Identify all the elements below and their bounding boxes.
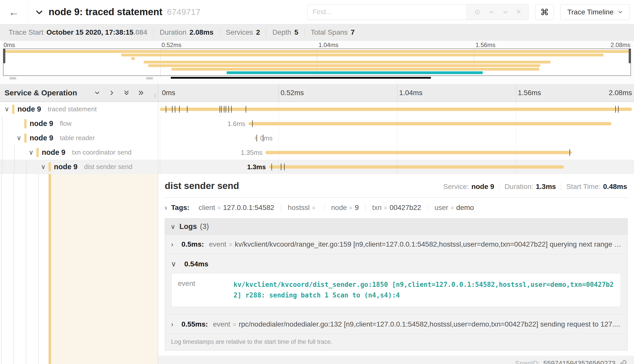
- operation-name: traced statement: [48, 105, 97, 113]
- summary-item: Trace StartOctober 15 2020, 17:38:15.084: [3, 28, 153, 36]
- log-toggle-line[interactable]: ›0.5ms:event=kv/kvclient/kvcoord/range_i…: [171, 240, 621, 248]
- next-match-icon[interactable]: [502, 9, 509, 16]
- timeline-header-row: Service & Operation ‖ 0ms0.52ms1.04ms1.5…: [0, 84, 634, 102]
- tag-chip[interactable]: node=9: [324, 204, 365, 212]
- logs-toggle-header[interactable]: ∨ Logs (3): [165, 219, 627, 235]
- minimap-canvas[interactable]: [3, 49, 631, 76]
- detail-meta-value: 0.48ms: [603, 183, 627, 190]
- minimap-span-bar: [172, 68, 539, 71]
- span-timeline-cell[interactable]: 0ms: [158, 131, 634, 145]
- chevron-down-icon[interactable]: ∨: [39, 163, 47, 171]
- span-timeline-cell[interactable]: 1.35ms: [158, 145, 634, 160]
- span-bar[interactable]: [269, 165, 564, 168]
- find-input[interactable]: [307, 5, 467, 20]
- service-name: node 9: [54, 163, 77, 171]
- tag-chip[interactable]: client=127.0.0.1:54582: [192, 204, 281, 212]
- span-bar[interactable]: [160, 108, 632, 111]
- span-bar[interactable]: [265, 151, 572, 154]
- minimap-span-bar: [121, 54, 603, 56]
- span-name-content[interactable]: ∨node 9dist sender send: [0, 160, 158, 174]
- summary-value: 7: [351, 28, 355, 36]
- span-duration-label: 1.3ms: [247, 163, 266, 171]
- logs-title: Logs: [179, 222, 197, 231]
- tag-chip[interactable]: txn=00427b22: [365, 204, 428, 212]
- service-color-bar: [24, 134, 27, 143]
- summary-value: 2: [256, 28, 260, 36]
- span-name-content[interactable]: ∨node 9traced statement: [0, 102, 158, 116]
- back-button[interactable]: ←: [0, 0, 28, 24]
- log-marker-tick: [221, 106, 222, 113]
- selected-span-backdrop: [51, 174, 158, 364]
- log-toggle-line[interactable]: ∨0.54ms: [171, 260, 621, 268]
- span-name-content[interactable]: node 9flow: [0, 116, 158, 131]
- scrubber-grip[interactable]: [10, 77, 16, 79]
- span-row: ∨node 9table reader0ms: [0, 131, 634, 145]
- timeline-tick-label: 0.52ms: [281, 89, 304, 97]
- span-timeline-cell[interactable]: [158, 102, 634, 116]
- trace-view-selector[interactable]: Trace Timeline: [560, 4, 630, 20]
- span-id-value: 5597415943526560273: [543, 360, 615, 364]
- log-marker-tick: [172, 106, 173, 113]
- scrubber-grip[interactable]: [146, 77, 153, 79]
- tag-chip[interactable]: user=demo: [428, 204, 480, 212]
- timeline-tick-label: 1.56ms: [518, 89, 541, 97]
- detail-meta-item: Service:node 9: [438, 183, 499, 191]
- chevron-right-icon: ›: [171, 320, 173, 328]
- logs-section: ∨ Logs (3) ›0.5ms:event=kv/kvclient/kvco…: [165, 218, 628, 351]
- match-target-icon[interactable]: [474, 9, 481, 16]
- tag-chip[interactable]: hostssl=: [281, 204, 324, 212]
- operation-name: flow: [60, 120, 71, 127]
- span-timeline-cell[interactable]: 1.3ms: [158, 160, 634, 174]
- span-timeline-cell[interactable]: 1.6ms: [158, 116, 634, 131]
- log-marker-tick: [257, 135, 257, 141]
- span-id-row: SpanID: 5597415943526560273: [158, 356, 634, 364]
- log-entry: ›0.5ms:event=kv/kvclient/kvcoord/range_i…: [165, 235, 627, 254]
- find-group: ✕: [307, 4, 529, 20]
- chevron-down-icon[interactable]: ∨: [3, 105, 11, 113]
- minimap-tick-label: 1.04ms: [319, 41, 339, 49]
- log-field-value: rpc/nodedialer/nodedialer.go:132 [n9,cli…: [239, 320, 620, 328]
- expand-all-icon[interactable]: [138, 89, 145, 96]
- log-marker-tick: [271, 163, 272, 170]
- expand-one-icon[interactable]: [108, 89, 115, 96]
- chevron-down-icon[interactable]: ∨: [27, 148, 35, 156]
- span-name-content[interactable]: ∨node 9table reader: [0, 131, 158, 145]
- log-timestamp: 0.54ms: [184, 260, 208, 268]
- span-row: ∨node 9traced statement: [0, 102, 634, 116]
- trace-id: 6749717: [167, 7, 200, 17]
- service-name: node 9: [17, 105, 41, 113]
- span-name-cell: ∨node 9dist sender send: [0, 160, 158, 174]
- minimap-scroll-indicator[interactable]: [171, 77, 431, 79]
- minimap-span-bar: [144, 61, 551, 63]
- log-marker-tick: [179, 106, 180, 113]
- collapse-all-icon[interactable]: [123, 89, 130, 96]
- minimap-left-scrubber[interactable]: [3, 49, 5, 63]
- tag-key: txn: [372, 204, 382, 211]
- minimap-tick-label: 0.52ms: [162, 41, 182, 49]
- span-duration-label: 0ms: [260, 134, 272, 142]
- summary-label: Duration: [160, 28, 186, 36]
- column-resizer-grip[interactable]: ‖: [154, 93, 157, 100]
- collapse-one-icon[interactable]: [94, 89, 101, 96]
- span-name-content[interactable]: ∨node 9txn coordinator send: [0, 145, 158, 160]
- span-duration-label: 1.6ms: [227, 120, 245, 127]
- span-bar[interactable]: [248, 122, 611, 125]
- chevron-down-icon[interactable]: [35, 8, 44, 16]
- link-icon[interactable]: [619, 360, 627, 364]
- detail-meta-label: Duration:: [504, 183, 533, 190]
- tags-toggle-row[interactable]: › Tags: client=127.0.0.1:54582hostssl=no…: [165, 198, 628, 218]
- log-field-value: kv/kvclient/kvcoord/dist_sender.go:1850 …: [234, 280, 615, 301]
- keyboard-shortcuts-button[interactable]: ⌘: [535, 4, 554, 20]
- chevron-down-icon[interactable]: ∨: [15, 134, 23, 142]
- minimap-span-bar: [148, 64, 540, 67]
- minimap-right-scrubber[interactable]: [629, 49, 631, 63]
- service-color-bar: [49, 162, 51, 172]
- prev-match-icon[interactable]: [488, 9, 495, 16]
- span-detail-row: dist sender send Service:node 9Duration:…: [0, 174, 634, 364]
- log-marker-tick: [246, 106, 246, 113]
- tag-value: 127.0.0.1:54582: [223, 204, 274, 211]
- log-toggle-line[interactable]: ›0.55ms:event=rpc/nodedialer/nodedialer.…: [171, 320, 621, 328]
- clear-find-icon[interactable]: ✕: [516, 8, 521, 16]
- minimap-span-bar: [131, 57, 135, 60]
- log-marker-tick: [263, 135, 263, 141]
